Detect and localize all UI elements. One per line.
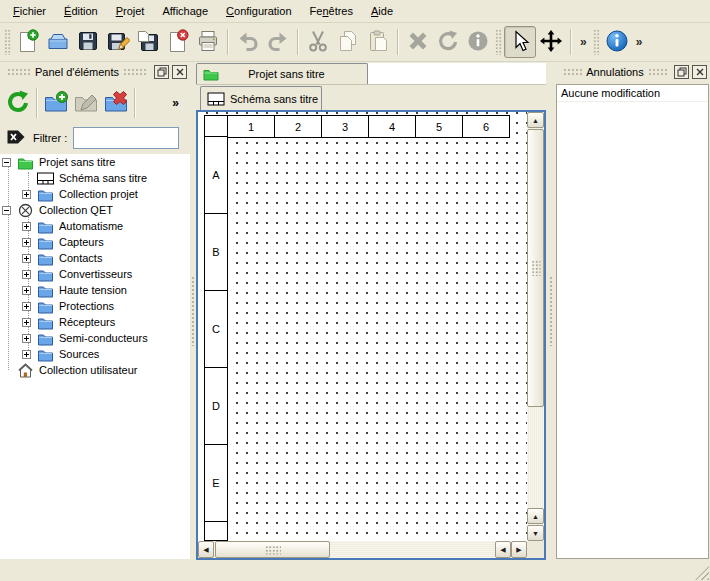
- close-panel-button[interactable]: [172, 65, 187, 79]
- diagram-info-button[interactable]: [602, 27, 632, 57]
- tree-item-schema-sans-titre[interactable]: Schéma sans titre: [0, 170, 190, 186]
- save-all-button[interactable]: [133, 27, 163, 57]
- rotate-button[interactable]: [433, 27, 463, 57]
- expand-plus-icon[interactable]: [22, 270, 31, 279]
- toolbar-separator: [297, 29, 299, 55]
- save-icon: [76, 29, 100, 55]
- select-tool-button[interactable]: [504, 26, 536, 58]
- tree-item-sources[interactable]: Sources: [0, 346, 190, 362]
- tree-item-capteurs[interactable]: Capteurs: [0, 234, 190, 250]
- filter-label: Filtrer :: [33, 132, 67, 144]
- save-as-icon: [106, 29, 130, 55]
- tree-item-semi-conducteurs[interactable]: Semi-conducteurs: [0, 330, 190, 346]
- elements-panel-titlebar[interactable]: Panel d'éléments: [0, 63, 190, 81]
- filter-input[interactable]: [73, 127, 179, 149]
- scroll-up-button[interactable]: ▲: [527, 112, 544, 128]
- float-panel-button[interactable]: [154, 65, 169, 79]
- float-panel-button[interactable]: [674, 65, 689, 79]
- scroll-left-button[interactable]: ◀: [198, 541, 214, 558]
- undo-history-list[interactable]: Aucune modification: [556, 84, 709, 559]
- tree-item-automatisme[interactable]: Automatisme: [0, 218, 190, 234]
- information-button[interactable]: [463, 27, 493, 57]
- menu-configuration[interactable]: Configuration: [217, 2, 300, 20]
- right-splitter[interactable]: [548, 63, 554, 559]
- tree-item-haute-tension[interactable]: Haute tension: [0, 282, 190, 298]
- menu-fichier[interactable]: Fichier: [4, 2, 55, 20]
- tree-item-collection-projet[interactable]: Collection projet: [0, 186, 190, 202]
- expand-plus-icon[interactable]: [22, 238, 31, 247]
- vertical-scrollbar[interactable]: ▲ ▲ ▼: [527, 112, 544, 541]
- delete-button[interactable]: [403, 27, 433, 57]
- tree-item-protections[interactable]: Protections: [0, 298, 190, 314]
- expand-plus-icon[interactable]: [22, 254, 31, 263]
- paste-button[interactable]: [363, 27, 393, 57]
- project-folder-icon: [202, 67, 220, 81]
- undo-history-item[interactable]: Aucune modification: [557, 85, 708, 102]
- move-tool-button[interactable]: [536, 27, 566, 57]
- menu-affichage[interactable]: Affichage: [153, 2, 217, 20]
- open-document-button[interactable]: [43, 27, 73, 57]
- delete-category-button[interactable]: [101, 88, 131, 118]
- tab-schema[interactable]: Schéma sans titre: [200, 86, 322, 111]
- tree-item-convertisseurs[interactable]: Convertisseurs: [0, 266, 190, 282]
- collapse-minus-icon[interactable]: [2, 206, 11, 215]
- rotate-icon: [436, 29, 460, 55]
- edit-category-button[interactable]: [71, 88, 101, 118]
- tree-item-collection-qet[interactable]: Collection QET: [0, 202, 190, 218]
- resize-grip[interactable]: [695, 566, 709, 580]
- toolbar-overflow-chevron[interactable]: »: [632, 35, 647, 49]
- clear-filter-icon[interactable]: [6, 129, 33, 147]
- row-header: ABCDE: [204, 137, 228, 541]
- save-as-button[interactable]: [103, 27, 133, 57]
- expand-plus-icon[interactable]: [22, 286, 31, 295]
- tab-project[interactable]: Projet sans titre: [196, 63, 368, 84]
- undo-panel-titlebar[interactable]: Annulations: [556, 63, 710, 81]
- save-button[interactable]: [73, 27, 103, 57]
- schema-canvas[interactable]: 123456 ABCDE: [198, 112, 527, 541]
- toolbar-drag-handle[interactable]: [495, 29, 502, 55]
- expand-plus-icon[interactable]: [22, 302, 31, 311]
- close-document-button[interactable]: [163, 27, 193, 57]
- tree-item-projet-sans-titre[interactable]: Projet sans titre: [0, 154, 190, 170]
- expand-plus-icon[interactable]: [22, 334, 31, 343]
- toolbar-overflow-chevron[interactable]: »: [576, 35, 591, 49]
- horizontal-scrollbar[interactable]: ◀ ◀ ▶: [198, 541, 527, 558]
- toolbar-drag-handle[interactable]: [4, 29, 11, 55]
- grid-row-label: A: [204, 136, 228, 214]
- menu-projet[interactable]: Projet: [107, 2, 154, 20]
- scroll-down-button[interactable]: ▼: [527, 525, 544, 541]
- tree-item-collection-utilisateur[interactable]: Collection utilisateur: [0, 362, 190, 378]
- tree-item-label: Semi-conducteurs: [59, 332, 148, 344]
- expand-plus-icon[interactable]: [22, 318, 31, 327]
- new-document-button[interactable]: [13, 27, 43, 57]
- expand-plus-icon[interactable]: [22, 350, 31, 359]
- tree-item-contacts[interactable]: Contacts: [0, 250, 190, 266]
- horizontal-scroll-thumb[interactable]: [215, 541, 330, 558]
- expand-plus-icon[interactable]: [22, 190, 31, 199]
- scroll-up-button[interactable]: ▲: [527, 508, 544, 524]
- collapse-minus-icon[interactable]: [2, 158, 11, 167]
- print-button[interactable]: [193, 27, 223, 57]
- close-icon: [695, 67, 705, 77]
- undo-button[interactable]: [233, 27, 263, 57]
- home-icon: [15, 363, 35, 378]
- expand-plus-icon[interactable]: [22, 222, 31, 231]
- scroll-right-button[interactable]: ▶: [511, 541, 527, 558]
- menu-aide[interactable]: Aide: [362, 2, 402, 20]
- tree-item-recepteurs[interactable]: Récepteurs: [0, 314, 190, 330]
- close-panel-button[interactable]: [692, 65, 707, 79]
- reload-collections-button[interactable]: [3, 88, 33, 118]
- toolbar-drag-handle[interactable]: [593, 29, 600, 55]
- paste-icon: [366, 29, 390, 55]
- close-icon: [175, 67, 185, 77]
- tree-item-label: Collection projet: [59, 188, 138, 200]
- redo-button[interactable]: [263, 27, 293, 57]
- panel-overflow-chevron[interactable]: »: [172, 96, 179, 110]
- menu-edition[interactable]: Édition: [55, 2, 107, 20]
- new-category-button[interactable]: [41, 88, 71, 118]
- scroll-left-button[interactable]: ◀: [495, 541, 511, 558]
- vertical-scroll-thumb[interactable]: [527, 129, 544, 407]
- copy-button[interactable]: [333, 27, 363, 57]
- menu-fenetres[interactable]: Fenêtres: [301, 2, 362, 20]
- cut-button[interactable]: [303, 27, 333, 57]
